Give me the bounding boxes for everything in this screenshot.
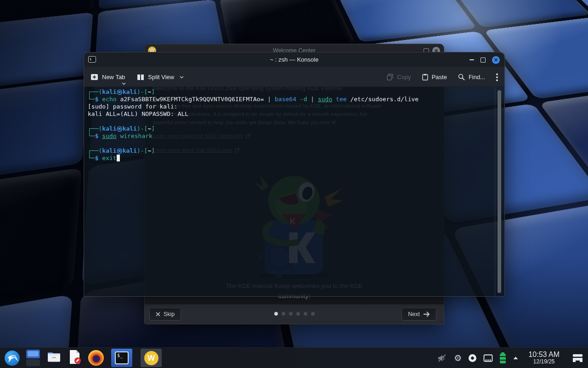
ethernet-icon — [483, 354, 493, 362]
konsole-window: $ ~ : zsh — Konsole ✕ New Tab — [84, 52, 505, 297]
konsole-titlebar[interactable]: $ ~ : zsh — Konsole ✕ — [84, 52, 504, 67]
split-view-label: Split View — [148, 74, 174, 80]
find-label: Find... — [469, 74, 485, 80]
welcome-center-icon: W — [144, 351, 158, 365]
settings-tray-icon[interactable]: ⚙ — [454, 353, 462, 362]
file-manager-button[interactable] — [46, 351, 62, 366]
clock-time: 10:53 AM — [528, 351, 560, 359]
maximize-icon[interactable] — [481, 58, 486, 63]
task-konsole[interactable]: $_ — [111, 349, 132, 367]
task-welcome-center[interactable]: W — [141, 349, 162, 367]
page-dot[interactable] — [289, 312, 293, 316]
paste-button[interactable]: Paste — [422, 74, 447, 80]
copy-label: Copy — [397, 74, 411, 80]
chevron-down-icon — [122, 82, 126, 85]
battery-icon — [500, 354, 506, 363]
new-tab-icon — [90, 74, 98, 80]
chevron-down-icon — [180, 76, 184, 79]
audio-muted-icon[interactable] — [437, 354, 447, 362]
page-indicator — [145, 312, 444, 316]
terminal-output: ┌──(kali㉿kali)-[~]└─$ echo a2FsaSBBTEw9K… — [84, 87, 495, 296]
copy-icon — [387, 74, 393, 80]
copy-button[interactable]: Copy — [387, 74, 411, 80]
konsole-icon: $_ — [115, 351, 129, 364]
app-launcher-button[interactable] — [5, 351, 20, 366]
split-view-button[interactable]: Split View — [137, 74, 184, 80]
minimize-icon[interactable] — [469, 59, 474, 60]
terminal-line: └─$ sudo wireshark — [88, 132, 493, 140]
page-dot[interactable] — [282, 312, 285, 316]
welcome-bottom-bar: Skip Next — [145, 305, 444, 324]
terminal-line — [88, 118, 493, 125]
paste-icon — [422, 74, 428, 80]
terminal-line: kali ALL=(ALL) NOPASSWD: ALL — [88, 110, 493, 118]
document-edit-icon — [68, 350, 82, 364]
find-button[interactable]: Find... — [458, 74, 485, 80]
arrow-right-icon — [423, 311, 430, 317]
disc-icon — [469, 354, 476, 362]
terminal-line: ┌──(kali㉿kali)-[~] — [88, 125, 493, 132]
window-controls: ✕ — [469, 52, 500, 67]
overflow-menu-button[interactable] — [496, 73, 498, 81]
chevron-up-icon — [513, 356, 519, 360]
kali-logo-icon — [5, 351, 20, 366]
desktop-2[interactable] — [26, 359, 40, 366]
clock-date: 12/19/25 — [528, 359, 560, 365]
page-dot[interactable] — [296, 312, 300, 316]
show-desktop-icon — [572, 353, 583, 363]
terminal-line: ┌──(kali㉿kali)-[~] — [88, 147, 493, 155]
paste-label: Paste — [432, 74, 447, 80]
page-dot[interactable] — [311, 312, 315, 316]
terminal-content[interactable]: ┌──(kali㉿kali)-[~]└─$ echo a2FsaSBBTEw9K… — [84, 87, 504, 296]
gear-icon: ⚙ — [454, 353, 462, 362]
terminal-line: └─$ exit — [88, 155, 493, 162]
text-editor-button[interactable] — [68, 350, 82, 366]
folder-icon — [46, 351, 62, 364]
system-tray: ⚙ 10:53 AM 12/19/25 — [437, 348, 588, 368]
scrollbar-track[interactable] — [495, 87, 504, 296]
desktop: W Welcome Center ✕ Welcome to the Kali G… — [0, 0, 588, 368]
firefox-button[interactable] — [88, 350, 104, 366]
terminal-line — [88, 140, 493, 147]
new-tab-label: New Tab — [102, 74, 125, 80]
expand-tray-button[interactable] — [513, 356, 519, 360]
next-button[interactable]: Next — [401, 308, 436, 321]
taskbar: $_ W ⚙ — [0, 347, 588, 368]
toolbar-right-group: Copy Paste Find... — [387, 73, 498, 81]
close-icon[interactable]: ✕ — [492, 56, 500, 64]
network-tray-icon[interactable] — [483, 354, 493, 362]
kebab-menu-icon — [496, 73, 498, 81]
show-desktop-button[interactable] — [572, 353, 583, 363]
page-dot[interactable] — [304, 312, 307, 316]
virtual-desktop-pager[interactable] — [26, 350, 40, 366]
desktop-1-active[interactable] — [26, 350, 40, 358]
terminal-line: └─$ echo a2FsaSBBTEw9KEFMTCkgTk9QQVNTV0Q… — [88, 96, 493, 103]
next-label: Next — [408, 311, 420, 317]
page-dot[interactable] — [274, 312, 278, 316]
taskbar-left: $_ W — [0, 348, 163, 368]
disc-tray-icon[interactable] — [469, 354, 476, 362]
search-icon — [458, 74, 465, 80]
clock-widget[interactable]: 10:53 AM 12/19/25 — [528, 351, 560, 365]
terminal-line: [sudo] password for kali: — [88, 103, 493, 110]
scrollbar-thumb[interactable] — [498, 90, 501, 293]
konsole-toolbar: New Tab Split View — [84, 67, 504, 87]
terminal-line: ┌──(kali㉿kali)-[~] — [88, 88, 493, 96]
konsole-window-title: ~ : zsh — Konsole — [84, 56, 504, 63]
battery-tray-icon[interactable] — [500, 352, 506, 363]
split-view-icon — [137, 74, 144, 80]
new-tab-button[interactable]: New Tab — [90, 74, 125, 80]
firefox-icon — [88, 350, 104, 366]
